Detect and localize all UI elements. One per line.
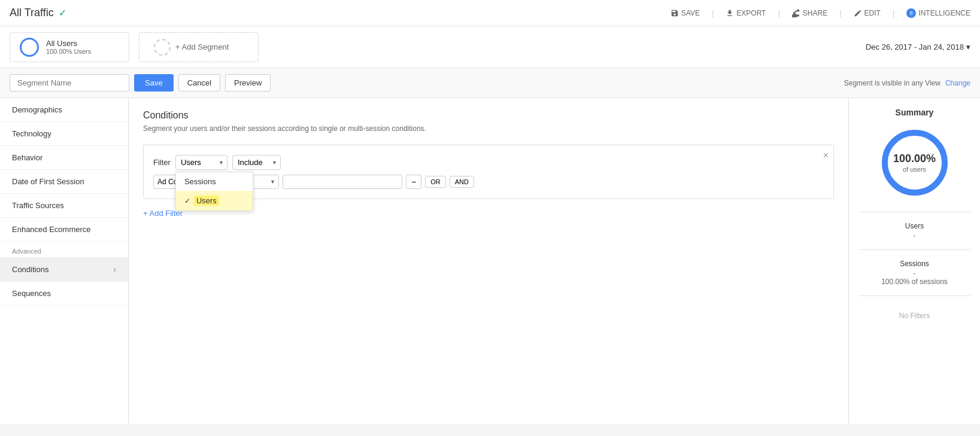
users-stat-value: - — [858, 231, 970, 240]
add-segment-circle — [154, 39, 171, 56]
summary-divider2 — [858, 249, 970, 250]
visibility-text: Segment is visible in any View — [844, 79, 940, 87]
divider3: | — [839, 8, 841, 17]
filter-users-dropdown[interactable]: Users Sessions Sessions ✓ Users — [175, 155, 227, 170]
main-layout: Demographics Technology Behavior Date of… — [0, 98, 980, 424]
chevron-down-icon: ▾ — [966, 42, 970, 51]
segment-name: All Users — [46, 39, 91, 48]
sidebar: Demographics Technology Behavior Date of… — [0, 98, 129, 424]
segment-pct: 100.00% Users — [46, 48, 91, 55]
add-segment-button[interactable]: + Add Segment — [139, 32, 259, 62]
donut-percentage: 100.00% — [893, 153, 936, 166]
page-title: All Traffic — [10, 7, 54, 19]
condition-value-input[interactable] — [283, 175, 402, 189]
sidebar-item-sequences[interactable]: Sequences — [0, 282, 128, 306]
svg-point-2 — [797, 14, 800, 17]
arrow-right-icon: › — [113, 264, 116, 274]
users-stat-label: Users — [858, 222, 970, 230]
segment-bar: All Users 100.00% Users + Add Segment De… — [0, 26, 980, 68]
sidebar-item-date-of-first-session[interactable]: Date of First Session — [0, 170, 128, 194]
filter-container: × Filter Users Sessions Sessions — [143, 145, 834, 199]
top-bar: All Traffic ✓ SAVE | EXPORT | SHARE | ED… — [0, 0, 980, 26]
donut-chart: 100.00% of users — [879, 127, 951, 199]
top-bar-right: SAVE | EXPORT | SHARE | EDIT | 8 INTELLI… — [670, 8, 970, 18]
change-link[interactable]: Change — [945, 79, 970, 87]
edit-icon — [854, 9, 862, 17]
sidebar-item-behavior[interactable]: Behavior — [0, 146, 128, 170]
sidebar-item-traffic-sources[interactable]: Traffic Sources — [0, 194, 128, 218]
toolbar: Save Cancel Preview Segment is visible i… — [0, 68, 980, 98]
condition-row: Ad Content contains exactly matches − OR… — [153, 175, 824, 189]
add-segment-label: + Add Segment — [175, 42, 229, 51]
advanced-section-label: Advanced — [0, 242, 128, 257]
include-select-wrapper[interactable]: Include Exclude — [232, 155, 281, 170]
users-dropdown-menu: Sessions ✓ Users — [175, 172, 253, 211]
content-area: Conditions Segment your users and/or the… — [129, 98, 848, 424]
users-select-wrapper[interactable]: Users Sessions — [175, 155, 227, 170]
preview-button[interactable]: Preview — [225, 74, 271, 92]
filter-label: Filter — [153, 158, 171, 167]
summary-divider3 — [858, 295, 970, 296]
filter-row: Filter Users Sessions Sessions — [153, 155, 824, 170]
toolbar-left: Save Cancel Preview — [10, 74, 271, 92]
segment-name-input[interactable] — [10, 74, 129, 92]
sessions-stat-label: Sessions — [858, 260, 970, 268]
cancel-button[interactable]: Cancel — [178, 74, 220, 92]
intelligence-action[interactable]: 8 INTELLIGENCE — [906, 8, 970, 18]
conditions-title: Conditions — [143, 110, 834, 121]
segment-circle — [20, 38, 39, 57]
sidebar-item-enhanced-ecommerce[interactable]: Enhanced Ecommerce — [0, 218, 128, 242]
include-select[interactable]: Include Exclude — [232, 155, 281, 170]
dropdown-users[interactable]: ✓ Users — [176, 191, 253, 211]
save-action[interactable]: SAVE — [670, 9, 700, 17]
sessions-stat-pct: 100.00% of sessions — [858, 278, 970, 286]
top-bar-left: All Traffic ✓ — [10, 7, 66, 19]
sidebar-item-technology[interactable]: Technology — [0, 122, 128, 146]
dropdown-sessions[interactable]: Sessions — [176, 172, 253, 191]
summary-divider1 — [858, 212, 970, 212]
export-action[interactable]: EXPORT — [726, 9, 766, 17]
donut-of-users: of users — [893, 166, 936, 173]
sessions-stat: Sessions - 100.00% of sessions — [858, 256, 970, 289]
segment-info: All Users 100.00% Users — [46, 39, 91, 55]
all-users-segment[interactable]: All Users 100.00% Users — [10, 32, 129, 62]
date-range-picker[interactable]: Dec 26, 2017 - Jan 24, 2018 ▾ — [866, 42, 970, 51]
toolbar-right: Segment is visible in any View Change — [844, 79, 970, 87]
users-select[interactable]: Users Sessions — [175, 155, 227, 170]
divider4: | — [893, 8, 894, 17]
svg-point-0 — [797, 10, 800, 11]
edit-action[interactable]: EDIT — [854, 9, 881, 17]
and-button[interactable]: AND — [450, 176, 474, 188]
sidebar-item-conditions[interactable]: Conditions › — [0, 257, 128, 282]
users-option-label: Users — [194, 196, 219, 206]
sessions-stat-value: - — [858, 269, 970, 278]
sidebar-item-demographics[interactable]: Demographics — [0, 98, 128, 122]
svg-point-1 — [793, 12, 796, 14]
date-range-text: Dec 26, 2017 - Jan 24, 2018 — [866, 42, 964, 51]
save-icon — [670, 9, 679, 17]
save-button[interactable]: Save — [134, 74, 174, 92]
summary-panel: Summary 100.00% of users Users - Session… — [848, 98, 980, 424]
donut-center: 100.00% of users — [893, 153, 936, 173]
export-icon — [726, 9, 734, 17]
divider2: | — [778, 8, 779, 17]
sessions-option-label: Sessions — [184, 177, 216, 186]
filter-close-button[interactable]: × — [823, 150, 829, 161]
or-button[interactable]: OR — [425, 176, 446, 188]
verified-icon: ✓ — [59, 7, 66, 19]
users-stat: Users - — [858, 218, 970, 243]
no-filters-text: No Filters — [899, 312, 930, 320]
share-icon — [792, 9, 800, 17]
summary-title: Summary — [896, 108, 934, 117]
segment-bar-left: All Users 100.00% Users + Add Segment — [10, 32, 259, 62]
conditions-description: Segment your users and/or their sessions… — [143, 124, 834, 133]
intelligence-badge: 8 — [906, 8, 916, 18]
divider1: | — [712, 8, 714, 17]
remove-condition-button[interactable]: − — [406, 175, 421, 189]
share-action[interactable]: SHARE — [792, 9, 827, 17]
check-mark-icon: ✓ — [184, 197, 190, 205]
